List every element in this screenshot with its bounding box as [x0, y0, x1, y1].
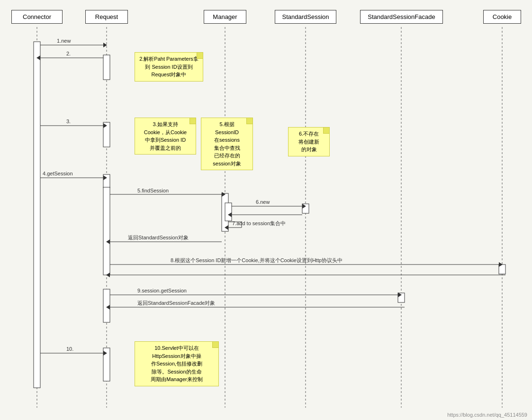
svg-rect-10 [103, 187, 110, 275]
sequence-diagram: 1.new 2. 3. 4.getSession 5.findSession 6… [0, 0, 532, 420]
note-2: 3.如果支持Cookie，从Cookie中拿到Session ID并覆盖之前的 [135, 118, 196, 155]
svg-text:5.findSession: 5.findSession [137, 188, 169, 193]
watermark: https://blog.csdn.net/qq_45114559 [447, 412, 527, 418]
svg-text:8.根据这个Session ID新增一个Cookie,并将这: 8.根据这个Session ID新增一个Cookie,并将这个Cookie设置到… [171, 257, 343, 263]
svg-text:6.new: 6.new [256, 199, 270, 205]
actor-standardsessionfacade: StandardSessionFacade [360, 10, 443, 24]
actor-request: Request [85, 10, 128, 24]
diagram-svg: 1.new 2. 3. 4.getSession 5.findSession 6… [0, 0, 532, 420]
note-4: 6.不存在将创建新的对象 [288, 127, 330, 156]
svg-rect-6 [34, 42, 40, 388]
svg-rect-7 [103, 55, 110, 80]
svg-text:7.add to session集合中: 7.add to session集合中 [232, 220, 286, 226]
actor-connector: Connector [11, 10, 63, 24]
svg-text:返回StandardSession对象: 返回StandardSession对象 [128, 235, 189, 240]
note-1: 2.解析Paht Parameters拿到 Session ID设置到 Requ… [135, 52, 203, 82]
note-5: 10.Servlet中可以在HttpSession对象中操作Session,包括… [135, 341, 219, 386]
svg-text:1.new: 1.new [57, 38, 71, 44]
svg-text:2.: 2. [66, 51, 71, 56]
svg-text:3.: 3. [66, 119, 71, 124]
svg-text:10.: 10. [66, 346, 73, 352]
actor-manager: Manager [204, 10, 246, 24]
svg-text:返回StandardSessionFacade对象: 返回StandardSessionFacade对象 [137, 300, 215, 306]
svg-text:4.getSession: 4.getSession [43, 171, 73, 176]
actor-cookie: Cookie [483, 10, 521, 24]
note-3: 5.根据SessionID在sessions集合中查找已经存在的session对… [201, 118, 253, 170]
svg-text:9.session.getSession: 9.session.getSession [137, 288, 187, 293]
svg-rect-14 [225, 203, 232, 221]
actor-standardsession: StandardSession [275, 10, 336, 24]
